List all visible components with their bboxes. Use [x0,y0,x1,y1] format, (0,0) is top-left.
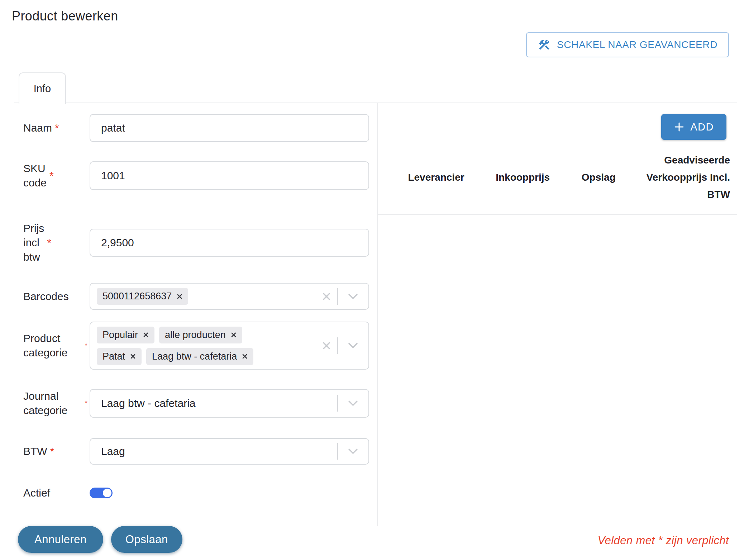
save-button[interactable]: Opslaan [111,526,182,553]
field-row-btw: BTW * Laag [23,438,369,465]
remove-tag-icon[interactable] [231,332,237,338]
journal-categorie-select[interactable]: Laag btw - cafetaria [90,389,369,418]
required-asterisk: * [49,170,54,182]
btw-select-controls [337,439,368,464]
product-categorie-select-controls [316,322,368,369]
field-row-barcodes: Barcodes 5000112658637 [23,283,369,310]
naam-label: Naam * [23,121,90,135]
switch-to-advanced-label: SCHAKEL NAAR GEAVANCEERD [557,39,717,51]
prijs-incl-btw-input-wrapper [90,229,369,257]
barcodes-chip-list: 5000112658637 [90,284,283,308]
barcodes-select-controls [316,284,368,309]
required-asterisk: * [85,399,87,407]
page-title: Product bewerken [12,9,118,24]
barcodes-multiselect[interactable]: 5000112658637 [90,283,369,310]
switch-to-advanced-button[interactable]: SCHAKEL NAAR GEAVANCEERD [526,32,729,57]
tab-info[interactable]: Info [19,72,66,104]
clear-icon[interactable] [316,341,337,350]
sku-code-input-wrapper [90,161,369,190]
add-supplier-label: ADD [690,121,714,133]
category-tag: Patat [97,348,142,365]
barcode-tag: 5000112658637 [97,288,188,305]
form-actions: Annuleren Opslaan [18,526,182,553]
field-row-journal-categorie: Journal categorie * Laag btw - cafetaria [23,389,369,418]
prijs-incl-btw-input[interactable] [90,237,368,249]
add-supplier-button[interactable]: ADD [661,114,726,140]
remove-tag-icon[interactable] [130,353,136,359]
toggle-knob [103,489,111,497]
field-row-sku-code: SKU code * [23,161,369,190]
naam-input[interactable] [90,122,368,134]
journal-categorie-label: Journal categorie * [23,389,90,418]
column-header-geadviseerde-verkoopprijs: Geadviseerde Verkoopprijs Incl. BTW [640,152,730,203]
naam-input-wrapper [90,114,369,142]
field-row-product-categorie: Product categorie * Populair alle produc… [23,322,369,370]
product-categorie-label: Product categorie * [23,331,90,360]
cancel-button[interactable]: Annuleren [18,526,103,553]
required-asterisk: * [50,445,54,457]
btw-value: Laag [90,445,337,457]
panel-divider [377,103,378,526]
category-tag: Laag btw - cafetaria [146,348,253,365]
category-tag: Populair [97,327,154,343]
sku-code-label: SKU code * [23,161,90,190]
suppliers-table-header-border [378,214,737,215]
actief-label: Actief [23,486,90,500]
journal-categorie-select-controls [337,390,368,417]
product-categorie-chip-list: Populair alle producten Patat [90,323,283,369]
remove-tag-icon[interactable] [242,353,248,359]
sku-code-input[interactable] [90,170,368,182]
field-row-naam: Naam * [23,114,369,142]
required-asterisk: * [85,342,87,350]
column-header-leverancier: Leverancier [400,169,472,186]
suppliers-table-header: Leverancier Inkoopprijs Opslag Geadvisee… [400,151,730,204]
field-row-actief: Actief [23,482,113,504]
product-categorie-multiselect[interactable]: Populair alle producten Patat [90,322,369,370]
btw-label: BTW * [23,444,90,459]
chevron-down-icon[interactable] [338,448,368,455]
required-asterisk: * [55,122,59,134]
chevron-down-icon[interactable] [338,342,368,349]
required-asterisk: * [47,237,51,249]
prijs-incl-btw-label: Prijs incl btw * [23,221,90,264]
tab-strip-border [14,103,737,103]
chevron-down-icon[interactable] [338,400,368,407]
category-tag: alle producten [159,327,242,343]
column-header-inkoopprijs: Inkoopprijs [489,169,557,186]
required-fields-note: Velden met * zijn verplicht [598,534,729,547]
btw-select[interactable]: Laag [90,438,369,465]
remove-tag-icon[interactable] [177,294,182,299]
chevron-down-icon[interactable] [338,293,368,300]
tools-icon [538,38,550,51]
barcodes-label: Barcodes [23,289,90,304]
field-row-prijs-incl-btw: Prijs incl btw * [23,229,369,257]
clear-icon[interactable] [316,292,337,301]
journal-categorie-value: Laag btw - cafetaria [90,397,337,409]
actief-toggle[interactable] [90,488,113,498]
product-edit-page: Product bewerken SCHAKEL NAAR GEAVANCEER… [0,0,744,560]
column-header-opslag: Opslag [573,169,624,186]
plus-icon [674,122,685,132]
tab-info-label: Info [34,83,51,95]
remove-tag-icon[interactable] [143,332,149,338]
